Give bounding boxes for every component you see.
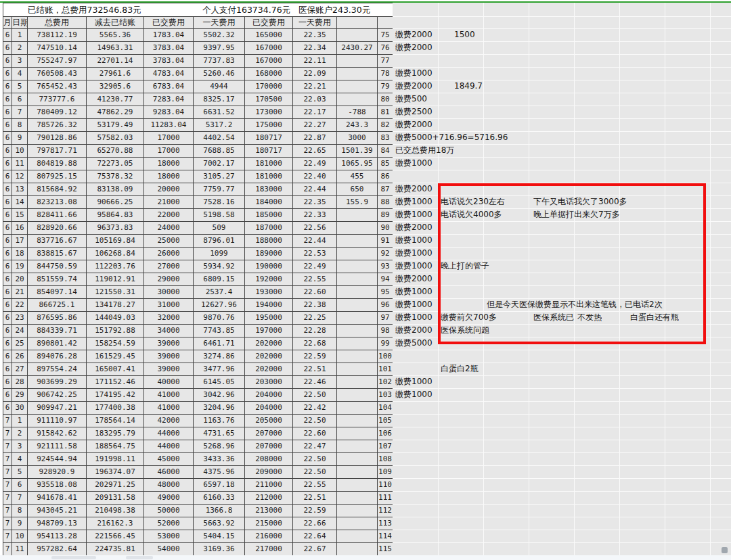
cell-extra[interactable]: 1501.39 bbox=[337, 145, 378, 158]
cell-day-cost-2[interactable]: 22.67 bbox=[293, 543, 337, 556]
cell-day[interactable]: 22 bbox=[12, 299, 28, 312]
cell-day-cost-2[interactable]: 22.66 bbox=[293, 517, 337, 530]
cell-row-number[interactable]: 113 bbox=[378, 517, 393, 530]
cell-day[interactable]: 4 bbox=[12, 68, 28, 80]
cell-day-cost[interactable]: 1366.8 bbox=[194, 505, 245, 517]
cell-paid-2[interactable]: 207000 bbox=[245, 440, 293, 453]
cell-month[interactable]: 6 bbox=[3, 235, 12, 248]
cell-day-cost-2[interactable]: 22.50 bbox=[293, 389, 337, 402]
cell-minus-settled[interactable]: 65270.88 bbox=[87, 145, 144, 158]
cell-month[interactable]: 6 bbox=[3, 68, 12, 80]
cell-day-cost-2[interactable]: 22.56 bbox=[293, 222, 337, 235]
cell-total[interactable]: 844750.59 bbox=[28, 260, 87, 273]
cell-total[interactable]: 884339.71 bbox=[28, 325, 87, 337]
cell-day[interactable]: 16 bbox=[12, 222, 28, 235]
cell-day-cost[interactable]: 3105.27 bbox=[194, 170, 245, 183]
cell-row-number[interactable]: 99 bbox=[378, 337, 393, 350]
cell-row-number[interactable]: 106 bbox=[378, 427, 393, 440]
cell-day-cost-2[interactable]: 22.25 bbox=[293, 312, 337, 325]
cell-minus-settled[interactable]: 119012.91 bbox=[87, 273, 144, 286]
cell-month[interactable]: 6 bbox=[3, 183, 12, 196]
note-cell[interactable]: 缴费2000 bbox=[395, 41, 433, 54]
cell-day-cost-2[interactable]: 22.60 bbox=[293, 427, 337, 440]
cell-paid-2[interactable]: 167000 bbox=[245, 42, 293, 55]
cell-day[interactable]: 10 bbox=[12, 145, 28, 158]
cell-day-cost[interactable]: 5404.15 bbox=[194, 530, 245, 543]
cell-paid-2[interactable]: 194000 bbox=[245, 299, 293, 312]
cell-day[interactable]: 2 bbox=[12, 42, 28, 55]
cell-paid-2[interactable]: 207000 bbox=[245, 427, 293, 440]
cell-paid[interactable]: 40000 bbox=[144, 376, 194, 389]
cell-day-cost-2[interactable]: 22.55 bbox=[293, 479, 337, 492]
cell-row-number[interactable]: 97 bbox=[378, 312, 393, 325]
cell-row-number[interactable]: 109 bbox=[378, 466, 393, 479]
cell-extra[interactable] bbox=[337, 29, 378, 42]
cell-paid-2[interactable]: 204000 bbox=[245, 389, 293, 402]
cell-paid[interactable]: 27000 bbox=[144, 260, 194, 273]
cell-month[interactable]: 6 bbox=[3, 29, 12, 42]
cell-day-cost[interactable]: 3204.96 bbox=[194, 402, 245, 415]
cell-day[interactable]: 23 bbox=[12, 312, 28, 325]
note-cell[interactable]: 缴费2000 bbox=[395, 118, 433, 131]
note-cell[interactable]: 缴费500 bbox=[395, 93, 427, 106]
cell-paid[interactable]: 6783.04 bbox=[144, 80, 194, 93]
column-header-paid-fee[interactable]: 已交费用 bbox=[144, 17, 194, 29]
cell-total[interactable]: 928920.9 bbox=[28, 466, 87, 479]
cell-minus-settled[interactable]: 90666.25 bbox=[87, 196, 144, 209]
cell-extra[interactable] bbox=[337, 80, 378, 93]
cell-row-number[interactable]: 84 bbox=[378, 145, 393, 158]
cell-extra[interactable]: 650 bbox=[337, 183, 378, 196]
cell-paid-2[interactable]: 217000 bbox=[245, 543, 293, 556]
cell-month[interactable]: 6 bbox=[3, 42, 12, 55]
cell-extra[interactable] bbox=[337, 415, 378, 427]
cell-row-number[interactable]: 83 bbox=[378, 132, 393, 145]
cell-day-cost-2[interactable]: 22.49 bbox=[293, 260, 337, 273]
cell-minus-settled[interactable]: 165007.41 bbox=[87, 363, 144, 376]
cell-day-cost-2[interactable]: 22.49 bbox=[293, 158, 337, 170]
cell-day[interactable]: 30 bbox=[12, 402, 28, 415]
cell-day-cost-2[interactable]: 22.50 bbox=[293, 453, 337, 466]
cell-day-cost-2[interactable]: 22.35 bbox=[293, 196, 337, 209]
cell-extra[interactable]: 155.9 bbox=[337, 196, 378, 209]
cell-extra[interactable] bbox=[337, 466, 378, 479]
note-cell[interactable]: 缴费1000 bbox=[395, 388, 433, 401]
cell-month[interactable]: 6 bbox=[3, 145, 12, 158]
cell-paid[interactable]: 50000 bbox=[144, 505, 194, 517]
note-cell[interactable]: 缴费1000 bbox=[395, 234, 433, 247]
cell-extra[interactable] bbox=[337, 337, 378, 350]
note-cell[interactable]: 缴费1000 bbox=[395, 208, 433, 221]
cell-row-number[interactable]: 107 bbox=[378, 440, 393, 453]
cell-month[interactable]: 7 bbox=[3, 543, 12, 556]
cell-paid-2[interactable]: 195000 bbox=[245, 312, 293, 325]
note-cell[interactable]: 1500 bbox=[454, 28, 475, 41]
cell-minus-settled[interactable]: 221566.45 bbox=[87, 530, 144, 543]
cell-day-cost-2[interactable]: 22.44 bbox=[293, 183, 337, 196]
cell-minus-settled[interactable]: 174195.42 bbox=[87, 389, 144, 402]
cell-day-cost[interactable]: 1099 bbox=[194, 248, 245, 260]
note-cell[interactable]: 缴费2000 bbox=[395, 80, 433, 93]
cell-day[interactable]: 8 bbox=[12, 505, 28, 517]
cell-paid-2[interactable]: 205000 bbox=[245, 415, 293, 427]
cell-day[interactable]: 15 bbox=[12, 209, 28, 222]
cell-day-cost[interactable]: 7002.17 bbox=[194, 158, 245, 170]
cell-total[interactable]: 738112.19 bbox=[28, 29, 87, 42]
cell-extra[interactable] bbox=[337, 376, 378, 389]
cell-paid[interactable]: 32000 bbox=[144, 312, 194, 325]
cell-day-cost[interactable]: 5502.32 bbox=[194, 29, 245, 42]
cell-day[interactable]: 7 bbox=[12, 106, 28, 119]
cell-day-cost-2[interactable]: 22.34 bbox=[293, 42, 337, 55]
cell-day-cost-2[interactable]: 22.27 bbox=[293, 119, 337, 132]
cell-paid-2[interactable]: 212000 bbox=[245, 492, 293, 505]
cell-minus-settled[interactable]: 158254.59 bbox=[87, 337, 144, 350]
cell-total[interactable]: 851559.74 bbox=[28, 273, 87, 286]
note-cell[interactable]: 缴费1000 bbox=[395, 157, 433, 170]
cell-day-cost[interactable]: 8796.01 bbox=[194, 235, 245, 248]
cell-minus-settled[interactable]: 27961.6 bbox=[87, 68, 144, 80]
cell-day[interactable]: 27 bbox=[12, 363, 28, 376]
cell-paid-2[interactable]: 203000 bbox=[245, 376, 293, 389]
cell-paid[interactable]: 4783.04 bbox=[144, 68, 194, 80]
cell-minus-settled[interactable]: 191998.11 bbox=[87, 453, 144, 466]
cell-day-cost[interactable]: 4944 bbox=[194, 80, 245, 93]
cell-paid-2[interactable]: 202000 bbox=[245, 337, 293, 350]
cell-total[interactable]: 906742.25 bbox=[28, 389, 87, 402]
